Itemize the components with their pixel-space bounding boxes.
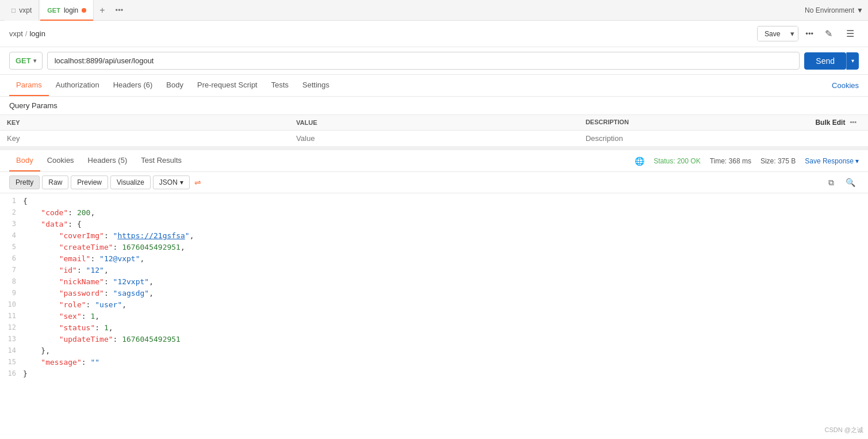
code-line-15: 15 "message": "" [0, 357, 868, 368]
code-line-5: 5 "createTime": 1676045492951, [0, 242, 868, 253]
bulk-edit-button[interactable]: Bulk Edit [815, 119, 845, 127]
save-response-label: Save Response [805, 157, 854, 165]
query-params-header: Query Params [0, 97, 868, 114]
tab-settings-label: Settings [302, 81, 329, 89]
more-options-button[interactable]: ••• [803, 27, 816, 40]
breadcrumb-separator: / [25, 29, 28, 38]
tab-body-label: Body [166, 81, 183, 89]
url-bar: GET ▾ Send ▾ [0, 47, 868, 75]
tab-params[interactable]: Params [9, 75, 49, 96]
col-value-header: VALUE [289, 115, 578, 131]
file-icon: □ [11, 6, 16, 14]
search-button[interactable]: 🔍 [842, 177, 859, 188]
fmt-visualize-button[interactable]: Visualize [110, 175, 151, 189]
tab-bar: □ vxpt GET login + ••• No Environment ▼ [0, 0, 868, 21]
res-tab-test-results[interactable]: Test Results [134, 150, 189, 171]
code-line-7: 7 "id": "12", [0, 265, 868, 276]
send-button[interactable]: Send [804, 52, 846, 70]
environment-selector[interactable]: No Environment ▼ [805, 6, 863, 14]
tab-prerequest-label: Pre-request Script [197, 81, 258, 89]
response-time: Time: 368 ms [710, 157, 751, 165]
value-input[interactable] [296, 134, 571, 143]
tab-authorization[interactable]: Authorization [49, 75, 106, 96]
response-status-bar: 🌐 Status: 200 OK Time: 368 ms Size: 375 … [635, 156, 859, 166]
filter-icon[interactable]: ⇌ [194, 178, 201, 187]
res-tab-body[interactable]: Body [9, 150, 40, 171]
fmt-pretty-button[interactable]: Pretty [9, 175, 40, 189]
res-tab-cookies-label: Cookies [47, 156, 74, 165]
col-key-header: KEY [0, 115, 289, 131]
desc-input[interactable] [586, 134, 861, 143]
send-label: Send [816, 56, 835, 66]
breadcrumb-parent[interactable]: vxpt [9, 29, 23, 38]
res-tab-body-label: Body [16, 156, 33, 165]
tab-more-button[interactable]: ••• [111, 6, 128, 14]
tab-headers[interactable]: Headers (6) [106, 75, 160, 96]
globe-icon: 🌐 [635, 156, 644, 166]
url-input[interactable] [47, 52, 800, 70]
request-tabs: Params Authorization Headers (6) Body Pr… [0, 75, 868, 97]
tab-tests[interactable]: Tests [264, 75, 295, 96]
tab-login[interactable]: GET login [40, 0, 94, 21]
code-line-11: 11 "sex": 1, [0, 311, 868, 322]
cover-img-link[interactable]: https://21gsfsa [117, 231, 185, 240]
tab-login-label: login [64, 6, 78, 14]
tab-vxpt[interactable]: □ vxpt [5, 0, 39, 21]
code-line-8: 8 "nickName": "12vxpt", [0, 276, 868, 288]
tab-add-button[interactable]: + [95, 5, 109, 16]
key-input[interactable] [7, 134, 282, 143]
code-line-13: 13 "updateTime": 1676045492951 [0, 334, 868, 345]
comment-icon-button[interactable]: ☰ [842, 25, 859, 42]
method-selector[interactable]: GET ▾ [9, 52, 43, 70]
response-size: Size: 375 B [761, 157, 796, 165]
code-line-14: 14 }, [0, 345, 868, 357]
code-line-16: 16 } [0, 368, 868, 380]
code-line-12: 12 "status": 1, [0, 322, 868, 334]
watermark: CSDN @之诚 [825, 426, 863, 434]
breadcrumb-current: login [29, 29, 45, 38]
format-right-actions: ⧉ 🔍 [825, 177, 859, 189]
code-line-1: 1 { [0, 196, 868, 207]
save-button[interactable]: Save [758, 27, 787, 41]
environment-label: No Environment [805, 6, 854, 14]
send-caret-button[interactable]: ▾ [846, 52, 859, 70]
res-tab-headers[interactable]: Headers (5) [81, 150, 135, 171]
tab-unsaved-dot [82, 8, 86, 13]
breadcrumb: vxpt / login [9, 29, 45, 38]
tab-login-method: GET [47, 7, 60, 14]
method-caret: ▾ [33, 58, 36, 64]
response-tabs-bar: Body Cookies Headers (5) Test Results 🌐 … [0, 150, 868, 172]
environment-caret: ▼ [857, 6, 863, 14]
fmt-preview-button[interactable]: Preview [71, 175, 108, 189]
save-response-caret: ▾ [855, 157, 859, 165]
tab-cookies-label: Cookies [832, 81, 859, 90]
tab-vxpt-label: vxpt [19, 6, 32, 14]
tab-cookies[interactable]: Cookies [832, 81, 859, 90]
query-params-section: Query Params KEY VALUE DESCRIPTION ••• B… [0, 97, 868, 147]
tab-tests-label: Tests [271, 81, 289, 89]
tab-settings[interactable]: Settings [295, 75, 336, 96]
code-line-2: 2 "code": 200, [0, 207, 868, 219]
send-button-group: Send ▾ [804, 52, 859, 70]
fmt-raw-button[interactable]: Raw [42, 175, 68, 189]
tab-authorization-label: Authorization [56, 81, 99, 89]
save-caret-button[interactable]: ▾ [787, 26, 798, 41]
tab-headers-label: Headers (6) [113, 81, 153, 89]
breadcrumb-bar: vxpt / login Save ▾ ••• ✎ ☰ [0, 21, 868, 47]
save-button-group: Save ▾ [757, 26, 798, 41]
code-line-10: 10 "role": "user", [0, 299, 868, 311]
col-more-button[interactable]: ••• [850, 119, 857, 125]
format-selector[interactable]: JSON ▾ [153, 175, 190, 189]
tab-prerequest[interactable]: Pre-request Script [190, 75, 264, 96]
tab-body[interactable]: Body [159, 75, 190, 96]
res-tab-cookies[interactable]: Cookies [40, 150, 81, 171]
save-response-button[interactable]: Save Response ▾ [805, 157, 859, 165]
code-line-3: 3 "data": { [0, 219, 868, 230]
query-params-title: Query Params [9, 101, 57, 110]
copy-button[interactable]: ⧉ [825, 177, 838, 189]
res-tab-headers-label: Headers (5) [88, 156, 128, 165]
breadcrumb-actions: Save ▾ ••• ✎ ☰ [757, 25, 859, 42]
status-code: Status: 200 OK [654, 157, 700, 165]
col-desc-header: DESCRIPTION ••• Bulk Edit [579, 115, 868, 131]
edit-icon-button[interactable]: ✎ [820, 25, 837, 42]
